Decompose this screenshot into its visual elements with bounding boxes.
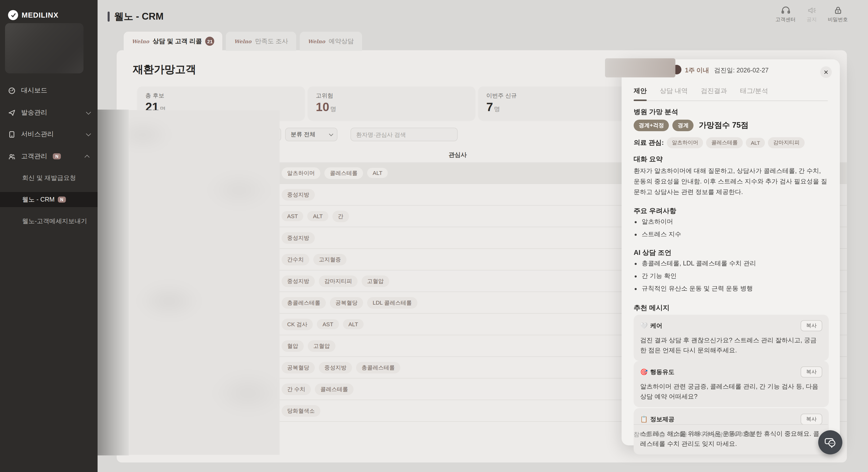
close-button[interactable]: ✕	[820, 66, 832, 78]
exam-date: 검진일: 2026-02-27	[714, 66, 769, 75]
target-icon: 🎯	[640, 369, 648, 376]
analysis-title: 병원 가망 분석	[634, 107, 678, 117]
send-icon	[8, 109, 16, 116]
summary-text: 환자가 알츠하이머에 대해 질문하고, 상담사가 콜레스테롤, 간 수치, 운동…	[634, 166, 829, 197]
page-header-title: 웰노 - CRM	[114, 10, 163, 23]
tab-count-badge: 21	[206, 37, 215, 46]
welno-brand-mark: Welno	[308, 38, 325, 44]
stat-card-high-risk: 고위험 10명	[308, 87, 475, 120]
page-title: 재환가망고객	[133, 62, 196, 76]
filter-category-select[interactable]: 분류 전체	[285, 128, 337, 141]
messages-title: 추천 메시지	[634, 304, 670, 313]
interest-tag: ALT	[343, 319, 364, 329]
interest-tag: 중성지방	[282, 232, 315, 244]
concern-item: 알츠하이머	[642, 218, 829, 226]
sidebar-item-customers[interactable]: 고객관리 N	[0, 149, 98, 164]
stat-value: 10	[316, 100, 329, 114]
notice-button[interactable]: 공지	[807, 6, 817, 23]
tab-label: 예약상담	[329, 37, 354, 45]
search-input[interactable]	[351, 128, 457, 141]
chevron-down-icon	[86, 131, 91, 136]
message-type: 🤍케어	[640, 321, 662, 330]
top-actions: 고객센터 공지 비밀번호	[775, 6, 848, 23]
interest-tag: 총콜레스테롤	[282, 297, 326, 308]
heart-icon: 🤍	[640, 322, 648, 329]
tab-label: 만족도 조사	[255, 37, 288, 45]
stat-label: 고위험	[316, 92, 467, 99]
sidebar-subitem-welno-crm[interactable]: 웰노 - CRM N	[0, 192, 98, 207]
chat-fab-button[interactable]	[818, 430, 842, 454]
logo-check-icon	[8, 10, 18, 20]
tab-reservation-consult[interactable]: Welno 예약상담	[300, 32, 362, 51]
blurred-left-strip	[98, 109, 129, 455]
sidebar-item-label: 고객관리	[21, 152, 47, 161]
module-tabs: Welno 상담 및 고객 리콜 21 Welno 만족도 조사 Welno 예…	[124, 32, 362, 51]
sidebar-subitem-welno-message[interactable]: 웰노-고객메세지보내기	[0, 214, 98, 229]
interest-tag: 콜레스테롤	[706, 137, 743, 148]
interest-tag: 총콜레스테롤	[356, 362, 400, 373]
status-badge: 경계	[673, 120, 694, 131]
interest-tag: 중성지방	[282, 189, 315, 200]
sidebar-subitem-label: 회신 및 재발급요청	[22, 174, 76, 182]
copy-button[interactable]: 복사	[801, 367, 822, 378]
tablet-icon	[8, 130, 16, 138]
advice-list: 총콜레스테롤, LDL 콜레스테롤 수치 관리 간 기능 확인 규칙적인 유산소…	[642, 259, 829, 297]
interest-tag: 간수치	[282, 254, 309, 265]
message-type-label: 케어	[650, 321, 662, 330]
message-type-label: 정보제공	[650, 415, 674, 423]
interest-tag: ALT	[746, 138, 765, 148]
sidebar-item-dashboard[interactable]: 대시보드	[0, 83, 98, 98]
interest-tag: 감마지티피	[768, 137, 805, 148]
users-icon	[8, 153, 16, 160]
message-type-label: 행동유도	[650, 368, 674, 376]
app-logo: MEDILINX	[8, 10, 59, 20]
tab-consult-recall[interactable]: Welno 상담 및 고객 리콜 21	[124, 32, 222, 51]
panel-tab-tags-analysis[interactable]: 태그/분석	[740, 87, 768, 95]
page-header: 웰노 - CRM	[107, 10, 163, 23]
interest-tag: 콜레스테롤	[315, 383, 353, 395]
sidebar-item-label: 발송관리	[21, 108, 47, 117]
speaker-icon	[807, 6, 816, 14]
headset-icon	[781, 6, 790, 14]
copy-button[interactable]: 복사	[801, 320, 822, 331]
sidebar: MEDILINX 대시보드 발송관리 서비스관리 고객관리 N 회신 및 재발급…	[0, 0, 98, 472]
sidebar-item-dispatch[interactable]: 발송관리	[0, 105, 98, 120]
password-button[interactable]: 비밀번호	[828, 6, 848, 23]
advice-title: AI 상담 조언	[634, 248, 671, 257]
clipboard-icon: 📋	[640, 416, 648, 423]
message-text: 알츠하이머 관련 궁금증, 콜레스테롤 관리, 간 기능 검사 등, 다음 상담…	[640, 381, 822, 402]
profile-blurred-block	[5, 23, 84, 73]
medical-interest-row: 의료 관심: 알츠하이머 콜레스테롤 ALT 감마지티피	[634, 137, 805, 148]
panel-tab-proposal[interactable]: 제안	[634, 87, 647, 95]
blurred-patient-columns	[129, 110, 280, 455]
stat-unit: 명	[330, 105, 336, 113]
copy-button[interactable]: 복사	[801, 414, 822, 425]
close-icon: ✕	[824, 69, 829, 76]
sidebar-item-label: 서비스관리	[21, 130, 54, 139]
title-accent-bar	[107, 11, 110, 22]
interest-tag: 콜레스테롤	[324, 167, 363, 179]
tab-satisfaction-survey[interactable]: Welno 만족도 조사	[226, 32, 296, 51]
sidebar-item-services[interactable]: 서비스관리	[0, 127, 98, 142]
logo-text: MEDILINX	[22, 11, 59, 19]
lock-icon	[834, 6, 842, 14]
advice-item: 규칙적인 유산소 운동 및 근력 운동 병행	[642, 284, 829, 293]
interest-tag: 혈압	[282, 340, 304, 352]
message-text: 검진 결과 상담 후 괜찮으신가요? 스트레스 관리 잘하시고, 궁금한 점은 …	[640, 335, 822, 355]
prospect-score: 가망점수 75점	[699, 120, 749, 131]
interest-tag: 간	[333, 210, 349, 222]
interest-tag: 알츠하이머	[282, 167, 320, 179]
interest-tag: ALT	[367, 168, 388, 178]
interest-label: 의료 관심:	[634, 138, 664, 147]
sidebar-subitem-reply-reissue[interactable]: 회신 및 재발급요청	[0, 170, 98, 186]
customer-center-button[interactable]: 고객센터	[775, 6, 796, 23]
message-type: 🎯행동유도	[640, 368, 674, 376]
status-badge: 경계+걱정	[634, 120, 669, 131]
advice-item: 간 기능 확인	[642, 272, 829, 281]
panel-tab-exam-results[interactable]: 검진결과	[701, 87, 727, 95]
interest-tag: 알츠하이머	[667, 137, 703, 148]
blurred-patient-name	[605, 58, 675, 77]
stat-label: 총 후보	[145, 92, 297, 99]
stat-unit: 명	[494, 105, 500, 113]
panel-tab-consult-history[interactable]: 상담 내역	[660, 87, 688, 95]
